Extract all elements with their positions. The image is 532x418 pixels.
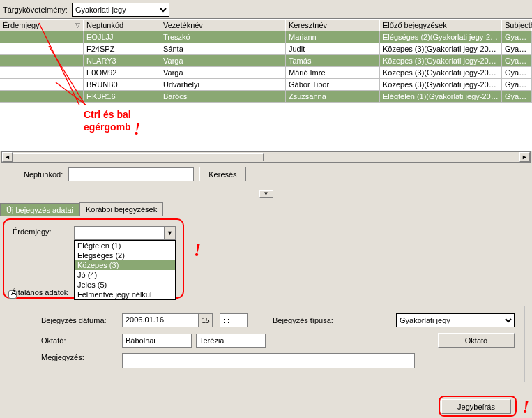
- cell: Közepes (3)(Gyakorlati jegy-2006.01: [380, 43, 502, 55]
- col-elozo[interactable]: Előző bejegyzések: [380, 19, 502, 31]
- entry-date-label: Bejegyzés dátuma:: [41, 316, 118, 324]
- app-root: Tárgykövetelmény: Gyakorlati jegy Érdemj…: [0, 0, 532, 418]
- grade-option[interactable]: Jeles (5): [75, 280, 175, 290]
- general-data-label: Általános adatok: [11, 288, 68, 297]
- instructor-picker-button[interactable]: Oktató: [438, 333, 515, 348]
- table-row[interactable]: NLARY3VargaTamásKözepes (3)(Gyakorlati j…: [0, 55, 532, 67]
- table-row[interactable]: HK3R16BarócsiZsuzsannaElégtelen (1)(Gyak…: [0, 91, 532, 103]
- grade-option[interactable]: Közepes (3): [75, 260, 175, 270]
- entry-type-label: Bejegyzés típusa:: [273, 316, 356, 324]
- note-label: Megjegyzés:: [41, 353, 118, 361]
- cell: Közepes (3)(Gyakorlati jegy-2005.12: [380, 79, 502, 91]
- tab-new-entry[interactable]: Új bejegyzés adatai: [0, 203, 79, 216]
- scroll-left-button[interactable]: ◄: [2, 152, 13, 162]
- search-row: Neptunkód: Keresés: [0, 163, 532, 186]
- grade-option[interactable]: Elégséges (2): [75, 251, 175, 260]
- scroll-right-button[interactable]: ►: [519, 152, 530, 162]
- cell: [0, 91, 84, 103]
- cell: NLARY3: [84, 55, 160, 67]
- search-button[interactable]: Keresés: [199, 167, 245, 181]
- cell: Gyakorl: [502, 79, 532, 91]
- requirement-row: Tárgykövetelmény: Gyakorlati jegy: [0, 0, 532, 18]
- cell: Gyakorl: [502, 43, 532, 55]
- requirement-label: Tárgykövetelmény:: [3, 6, 68, 14]
- grade-option[interactable]: Elégtelen (1): [75, 241, 175, 251]
- cell: F24SPZ: [84, 43, 160, 55]
- annotation-text: Ctrl és balegérgomb !: [78, 105, 138, 136]
- cell: BRUNB0: [84, 79, 160, 91]
- grade-option[interactable]: Jó (4): [75, 270, 175, 280]
- chevron-down-icon[interactable]: ▼: [164, 227, 175, 239]
- requirement-select[interactable]: Gyakorlati jegy: [72, 3, 169, 17]
- entry-date-value[interactable]: 2006.01.16: [122, 313, 199, 327]
- cell: Gyakorl: [502, 67, 532, 79]
- grade-option[interactable]: Felmentve jegy nélkül: [75, 290, 175, 299]
- cell: Judit: [286, 43, 380, 55]
- col-keresztnev[interactable]: Keresztnév: [286, 19, 380, 31]
- cell: EOJLJJ: [84, 31, 160, 43]
- cell: Elégtelen (1)(Gyakorlati jegy-2005.1: [380, 91, 502, 103]
- table-row[interactable]: EOJLJJTreszkóMariannElégséges (2)(Gyakor…: [0, 31, 532, 43]
- exclamation-icon: !: [134, 118, 141, 141]
- grade-dropdown-list[interactable]: Elégtelen (1)Elégséges (2)Közepes (3)Jó …: [74, 240, 176, 300]
- exclamation-icon: !: [194, 240, 201, 261]
- cell: Sánta: [160, 43, 286, 55]
- entry-panel: Bejegyzés dátuma: 2006.01.16 15 Bejegyzé…: [31, 306, 525, 382]
- search-input[interactable]: [68, 167, 194, 181]
- highlight-submit-button: [439, 396, 517, 417]
- col-vezeteknev[interactable]: Vezetéknév: [160, 19, 286, 31]
- instructor-firstname-input[interactable]: [122, 334, 192, 348]
- cell: Gyakorl: [502, 31, 532, 43]
- table-row[interactable]: F24SPZSántaJuditKözepes (3)(Gyakorlati j…: [0, 43, 532, 55]
- grid-horizontal-scrollbar[interactable]: ◄ ►: [1, 151, 531, 163]
- entry-type-select[interactable]: Gyakorlati jegy: [396, 313, 515, 327]
- cell: Udvarhelyi: [160, 79, 286, 91]
- cell: Barócsi: [160, 91, 286, 103]
- cell: Treszkó: [160, 31, 286, 43]
- cell: Közepes (3)(Gyakorlati jegy-2006.01: [380, 55, 502, 67]
- search-label: Neptunkód:: [24, 170, 63, 179]
- sort-indicator-icon: ▽: [75, 22, 80, 29]
- exclamation-icon: !: [522, 397, 529, 418]
- col-subject[interactable]: Subjecth: [502, 19, 532, 31]
- cell: Elégséges (2)(Gyakorlati jegy-2006.0: [380, 31, 502, 43]
- cell: Mariann: [286, 31, 380, 43]
- cell: Gábor Tibor: [286, 79, 380, 91]
- col-erdemjegy[interactable]: Érdemjegy▽: [0, 19, 84, 31]
- entry-time-field[interactable]: [220, 313, 248, 327]
- cell: [0, 31, 84, 43]
- grade-label: Érdemjegy:: [13, 227, 52, 236]
- scroll-thumb[interactable]: [13, 153, 264, 161]
- tab-previous-entries[interactable]: Korábbi bejegyzések: [79, 202, 163, 216]
- cell: [0, 55, 84, 67]
- entry-date-field[interactable]: 2006.01.16 15: [122, 313, 213, 327]
- grid-header: Érdemjegy▽ Neptunkód Vezetéknév Keresztn…: [0, 19, 532, 31]
- table-row[interactable]: BRUNB0UdvarhelyiGábor TiborKözepes (3)(G…: [0, 79, 532, 91]
- splitter-button[interactable]: ▼: [259, 190, 273, 198]
- calendar-icon[interactable]: 15: [199, 313, 213, 327]
- cell: [0, 43, 84, 55]
- col-neptunkod[interactable]: Neptunkód: [84, 19, 160, 31]
- cell: [0, 67, 84, 79]
- cell: Zsuzsanna: [286, 91, 380, 103]
- tabs-row: Új bejegyzés adatai Korábbi bejegyzések: [0, 202, 532, 216]
- cell: Gyakorl: [502, 55, 532, 67]
- grade-dropdown[interactable]: ▼ Elégtelen (1)Elégséges (2)Közepes (3)J…: [74, 226, 176, 300]
- cell: E0OM92: [84, 67, 160, 79]
- cell: Gyakorl: [502, 91, 532, 103]
- instructor-lastname-input[interactable]: [196, 334, 266, 348]
- cell: HK3R16: [84, 91, 160, 103]
- cell: Közepes (3)(Gyakorlati jegy-2005.12: [380, 67, 502, 79]
- cell: Márió Imre: [286, 67, 380, 79]
- scroll-track[interactable]: [13, 152, 519, 162]
- table-row[interactable]: E0OM92VargaMárió ImreKözepes (3)(Gyakorl…: [0, 67, 532, 79]
- cell: Varga: [160, 55, 286, 67]
- cell: [0, 79, 84, 91]
- splitter-toggle: ▼: [0, 188, 532, 198]
- instructor-label: Oktató:: [41, 336, 118, 345]
- note-textarea[interactable]: [122, 353, 415, 368]
- cell: Varga: [160, 67, 286, 79]
- cell: Tamás: [286, 55, 380, 67]
